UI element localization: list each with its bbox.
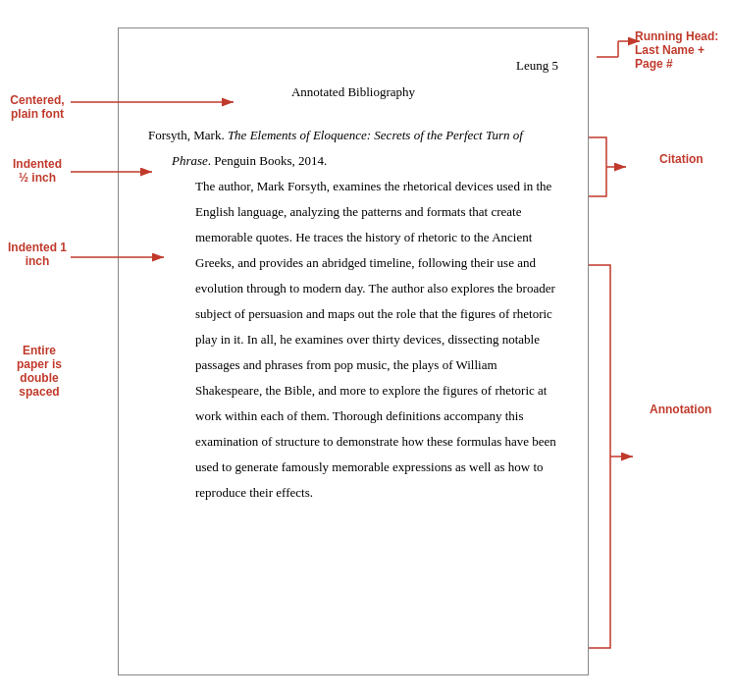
half-inch-label: Indented ½ inch xyxy=(8,157,67,185)
paper-document: Leung 5 Annotated Bibliography Forsyth, … xyxy=(118,27,589,675)
double-spaced-label: Entire paper is double spaced xyxy=(5,344,74,399)
running-head-label: Running Head: Last Name + Page # xyxy=(635,29,723,71)
paper-title: Annotated Bibliography xyxy=(148,80,558,105)
citation-block: Forsyth, Mark. The Elements of Eloquence… xyxy=(148,123,558,174)
running-head-text: Leung 5 xyxy=(516,58,558,74)
paper-header: Leung 5 xyxy=(148,58,558,74)
citation-label: Citation xyxy=(659,152,723,166)
citation-italic: The Elements of Eloquence: Secrets of th… xyxy=(172,128,523,168)
centered-label: Centered, plain font xyxy=(8,93,67,121)
one-inch-label: Indented 1 inch xyxy=(8,241,67,268)
annotation-block: The author, Mark Forsyth, examines the r… xyxy=(148,174,558,506)
annotation-label: Annotation xyxy=(650,403,723,416)
